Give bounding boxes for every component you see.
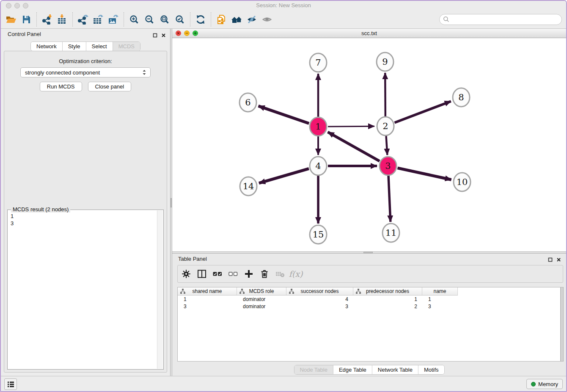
column-label: name: [433, 288, 446, 294]
toolbar-separator: [36, 12, 37, 27]
edge-1-2[interactable]: [328, 126, 374, 127]
column-type-icon: [356, 289, 361, 294]
show-columns-button[interactable]: [197, 269, 206, 279]
control-panel-content: Optimization criterion: strongly connect…: [4, 51, 167, 373]
edge-2-3[interactable]: [386, 136, 388, 155]
zoom-in-button[interactable]: [127, 12, 142, 27]
column-header-predecessor-nodes[interactable]: predecessor nodes: [353, 287, 422, 295]
trash-icon: [260, 269, 269, 279]
criterion-select-value: strongly connected component: [25, 69, 142, 76]
divider-handle[interactable]: [171, 198, 172, 207]
delete-table-button[interactable]: [275, 269, 285, 279]
eye-icon: [262, 14, 272, 25]
mcds-result-list[interactable]: 13: [8, 213, 156, 368]
deselect-all-button[interactable]: [228, 269, 238, 279]
table-panel: Table Panel f(x) shared nameMCDS rolesuc…: [172, 254, 566, 376]
zoom-fit-button[interactable]: [157, 12, 172, 27]
zoom-out-button[interactable]: [142, 12, 157, 27]
result-scrollbar[interactable]: [157, 210, 163, 369]
column-label: successor nodes: [300, 288, 339, 294]
table-row[interactable]: 3dominator323: [178, 303, 563, 310]
export-table-button[interactable]: [91, 12, 106, 27]
clone-network-button[interactable]: [214, 12, 229, 27]
tab-node-table[interactable]: Node Table: [294, 365, 333, 374]
table-row[interactable]: 1dominator411: [178, 295, 563, 303]
search-input[interactable]: [449, 16, 561, 23]
export-network-button[interactable]: [75, 12, 91, 27]
add-column-button[interactable]: [244, 269, 253, 279]
tab-mcds[interactable]: MCDS: [113, 42, 140, 51]
node-label-6: 6: [245, 97, 250, 108]
close-panel-button[interactable]: Close panel: [88, 82, 132, 91]
import-table-button[interactable]: [55, 12, 70, 27]
column-type-icon: [239, 289, 245, 294]
toolbar-separator: [190, 12, 190, 27]
table-scrollbar[interactable]: [560, 287, 563, 361]
close-table-panel-button[interactable]: [556, 256, 561, 264]
zoom-in-icon: [129, 14, 139, 25]
float-table-panel-button[interactable]: [548, 256, 553, 264]
edge-2-9[interactable]: [385, 73, 385, 116]
tab-network[interactable]: Network: [31, 42, 63, 51]
edge-4-14[interactable]: [259, 168, 309, 183]
result-line: 1: [11, 213, 156, 220]
float-icon: [548, 257, 553, 262]
close-panel-icon-button[interactable]: [161, 32, 166, 39]
column-header-mcds-role[interactable]: MCDS role: [237, 287, 286, 295]
zoom-fit-icon: [160, 14, 170, 25]
network-window-titlebar: scc.txt: [172, 29, 566, 38]
graph-edges: [259, 73, 451, 224]
home-view-button[interactable]: [229, 12, 244, 27]
node-label-7: 7: [315, 58, 321, 68]
edge-3-10[interactable]: [398, 168, 451, 180]
window-titlebar: Session: New Session: [1, 1, 566, 10]
table-panel-header: Table Panel: [172, 254, 566, 264]
edge-3-11[interactable]: [388, 176, 391, 222]
float-panel-button[interactable]: [153, 32, 157, 39]
show-eye-button[interactable]: [259, 12, 275, 27]
tab-network-table[interactable]: Network Table: [372, 365, 418, 374]
network-graph: 7968124314101511: [172, 38, 566, 251]
search-icon: [443, 16, 449, 22]
node-label-1: 1: [315, 121, 321, 132]
function-builder-button[interactable]: f(x): [291, 269, 300, 279]
control-panel-title: Control Panel: [8, 29, 41, 40]
network-window-title: scc.txt: [172, 29, 566, 38]
table-cell-successor-nodes: 4: [286, 296, 353, 302]
tab-select[interactable]: Select: [86, 42, 113, 51]
column-header-name[interactable]: name: [422, 287, 458, 295]
column-header-shared-name[interactable]: shared name: [178, 287, 237, 295]
export-image-button[interactable]: [106, 12, 121, 27]
table-cell-shared-name: 1: [178, 296, 237, 302]
save-session-button[interactable]: [19, 12, 34, 27]
node-label-9: 9: [382, 57, 388, 67]
delete-columns-button[interactable]: [260, 269, 269, 279]
memory-button[interactable]: Memory: [526, 379, 563, 389]
import-network-button[interactable]: [39, 12, 55, 27]
mcds-button-row: Run MCDS Close panel: [4, 82, 167, 91]
criterion-select[interactable]: strongly connected component: [20, 67, 151, 77]
tab-edge-table[interactable]: Edge Table: [333, 365, 372, 374]
edge-3-1[interactable]: [328, 132, 380, 161]
import-network-icon: [42, 14, 52, 25]
run-mcds-button[interactable]: Run MCDS: [40, 82, 82, 91]
houses-icon: [231, 14, 242, 25]
zoom-out-icon: [144, 14, 154, 25]
task-history-button[interactable]: [4, 378, 17, 390]
hide-eye-button[interactable]: [244, 12, 259, 27]
tab-style[interactable]: Style: [63, 42, 86, 51]
tab-motifs[interactable]: Motifs: [418, 365, 444, 374]
export-table-icon: [93, 14, 104, 25]
network-canvas[interactable]: 7968124314101511: [172, 38, 566, 251]
edge-2-8[interactable]: [395, 101, 451, 123]
column-label: predecessor nodes: [366, 288, 409, 294]
list-icon: [7, 381, 14, 388]
zoom-selected-button[interactable]: [172, 12, 187, 27]
edge-1-6[interactable]: [259, 106, 309, 123]
select-all-button[interactable]: [213, 269, 222, 279]
refresh-view-button[interactable]: [193, 12, 208, 27]
divider-handle[interactable]: [363, 252, 373, 253]
column-header-successor-nodes[interactable]: successor nodes: [286, 287, 353, 295]
table-settings-button[interactable]: [182, 269, 191, 279]
open-session-button[interactable]: [3, 12, 19, 27]
